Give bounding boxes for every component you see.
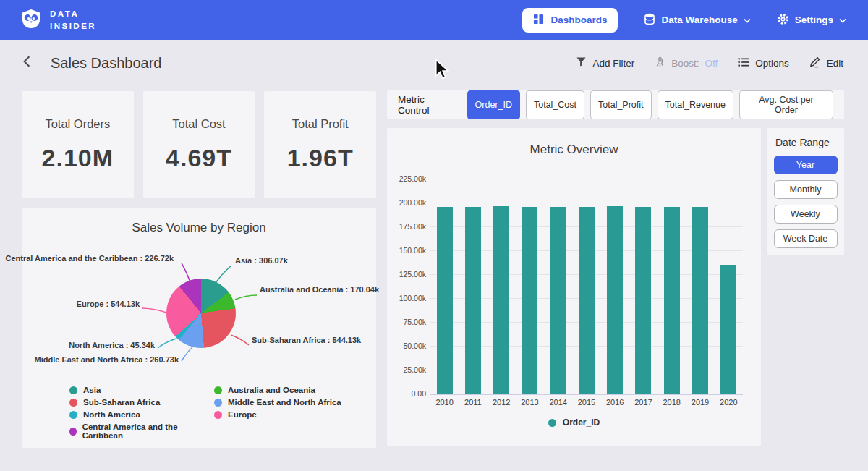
legend-dot (214, 411, 222, 419)
data-warehouse-label: Data Warehouse (661, 14, 737, 25)
kpi-value: 2.10M (42, 144, 114, 172)
legend-dot (214, 399, 222, 407)
dashboards-label: Dashboards (550, 14, 607, 25)
kpi-label: Total Profit (292, 117, 349, 131)
legend-item-middle-east-and-north-africa[interactable]: Middle East and North Africa (214, 398, 341, 407)
metric-control-bar: Metric Control Order_IDTotal_CostTotal_P… (387, 90, 844, 119)
dashboards-button[interactable]: Dashboards (522, 8, 618, 33)
legend-item-europe[interactable]: Europe (214, 410, 341, 419)
date-range-weekly[interactable]: Weekly (774, 205, 838, 224)
legend-label: Europe (228, 410, 257, 419)
add-filter-button[interactable]: Add Filter (576, 56, 634, 69)
date-range-week-date[interactable]: Week Date (774, 229, 838, 248)
pie-leader-line (231, 335, 249, 345)
metric-chip-avg-cost-per-order[interactable]: Avg. Cost per Order (739, 90, 833, 119)
metric-chip-order-id[interactable]: Order_ID (467, 90, 520, 119)
database-icon (644, 13, 655, 27)
y-axis-tick: 225.00k (390, 174, 426, 183)
bar-2011[interactable] (465, 207, 481, 394)
y-axis-tick: 25.00k (390, 365, 426, 374)
back-button[interactable] (22, 55, 32, 71)
date-range-monthly[interactable]: Monthly (774, 180, 838, 199)
x-axis-tick: 2013 (516, 398, 544, 407)
boost-toggle[interactable]: Boost:Off (655, 56, 718, 70)
edit-button[interactable]: Edit (809, 56, 843, 70)
bar-2017[interactable] (635, 207, 651, 394)
pie-legend-column: Australia and OceaniaMiddle East and Nor… (214, 386, 341, 440)
kpi-value: 4.69T (166, 144, 232, 172)
options-button[interactable]: Options (738, 57, 789, 69)
legend-label: Central America and the Caribbean (82, 423, 204, 440)
date-range-label: Date Range (775, 137, 844, 148)
legend-label: Middle East and North Africa (228, 398, 341, 407)
bar-2013[interactable] (522, 207, 537, 394)
legend-label: Asia (83, 386, 101, 394)
y-axis-tick: 50.00k (390, 341, 426, 350)
metric-chip-total-profit[interactable]: Total_Profit (590, 90, 652, 119)
legend-label: Australia and Oceania (228, 386, 315, 394)
pie-chart[interactable] (166, 279, 236, 348)
pie-leader-line (235, 295, 257, 300)
bar-2019[interactable] (692, 207, 708, 394)
x-axis-tick: 2019 (686, 398, 715, 407)
kpi-value: 1.96T (287, 144, 354, 172)
bar-2016[interactable] (607, 206, 623, 394)
kpi-card-total-orders: Total Orders 2.10M (22, 91, 134, 198)
bar-2012[interactable] (493, 206, 509, 394)
brand-name: DATA INSIDER (50, 8, 96, 31)
bars-row (430, 179, 743, 394)
legend-item-australia-and-oceania[interactable]: Australia and Oceania (214, 386, 341, 394)
date-range-year[interactable]: Year (774, 156, 838, 174)
y-axis-tick: 150.00k (390, 246, 426, 255)
bar-chart-legend[interactable]: Order_ID (387, 417, 761, 428)
pie-label-australia-and-oceania: Australia and Oceania : 170.04k (260, 285, 379, 294)
date-range-panel: Date Range YearMonthlyWeeklyWeek Date (767, 128, 844, 255)
page-header: Sales Dashboard Add Filter Boost:Off (0, 40, 868, 86)
bar-2015[interactable] (579, 207, 595, 394)
dashboard-grid-icon (533, 14, 544, 27)
x-axis-tick: 2018 (658, 398, 686, 407)
x-axis-labels: 2010201120122013201420152016201720182019… (430, 398, 743, 407)
x-axis-tick: 2016 (601, 398, 629, 407)
bar-2010[interactable] (437, 207, 453, 394)
pie-label-asia: Asia : 306.07k (235, 256, 288, 265)
legend-item-asia[interactable]: Asia (69, 386, 204, 394)
legend-label: Sub-Saharan Africa (83, 398, 160, 407)
rocket-icon (655, 56, 665, 70)
pie-leader-line (182, 347, 192, 361)
kpi-label: Total Cost (172, 117, 225, 131)
chevron-down-icon (744, 14, 751, 25)
bar-2014[interactable] (550, 207, 566, 394)
legend-item-north-america[interactable]: North America (69, 410, 204, 419)
legend-dot (69, 399, 77, 407)
owl-logo-icon (20, 8, 42, 33)
metric-control-label: Metric Control (398, 94, 459, 116)
pie-label-central-america-and-the-caribbean: Central America and the Caribbean : 226.… (5, 254, 174, 263)
pie-leader-line (216, 266, 231, 283)
legend-item-sub-saharan-africa[interactable]: Sub-Saharan Africa (69, 398, 204, 407)
settings-menu[interactable]: Settings (777, 13, 846, 27)
gridline (430, 394, 743, 395)
legend-dot (548, 419, 556, 427)
x-axis-tick: 2012 (488, 398, 516, 407)
kpi-card-total-profit: Total Profit 1.96T (264, 91, 376, 198)
filter-funnel-icon (576, 56, 587, 69)
kpi-label: Total Orders (45, 117, 110, 131)
pie-label-north-america: North America : 45.34k (69, 341, 155, 349)
metric-chip-total-revenue[interactable]: Total_Revenue (658, 90, 733, 119)
boost-status: Off (705, 58, 718, 69)
y-axis-tick: 0.00 (390, 389, 426, 398)
data-warehouse-menu[interactable]: Data Warehouse (644, 13, 750, 27)
legend-dot (214, 386, 222, 394)
x-axis-tick: 2017 (629, 398, 658, 407)
legend-item-central-america-and-the-caribbean[interactable]: Central America and the Caribbean (69, 423, 204, 440)
bar-chart-plot: 225.00k200.00k175.00k150.00k125.00k100.0… (430, 179, 743, 394)
bar-2020[interactable] (720, 265, 736, 394)
bar-2018[interactable] (664, 207, 680, 394)
y-axis-tick: 175.00k (390, 222, 426, 231)
chart-title: Metric Overview (387, 143, 761, 157)
x-axis-tick: 2014 (544, 398, 572, 407)
y-axis-tick: 100.00k (390, 294, 426, 302)
pie-leader-line (142, 308, 169, 313)
metric-chip-total-cost[interactable]: Total_Cost (526, 90, 584, 119)
